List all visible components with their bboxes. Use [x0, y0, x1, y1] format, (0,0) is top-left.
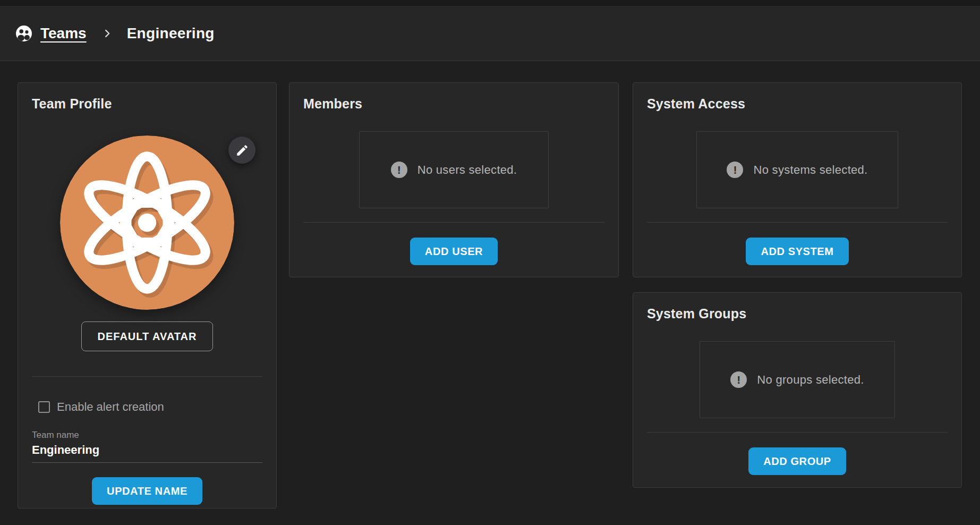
- team-name-label: Team name: [32, 430, 262, 441]
- system-groups-empty-message: No groups selected.: [757, 373, 864, 387]
- system-access-card: System Access No systems selected. ADD S…: [633, 82, 962, 277]
- team-profile-title: Team Profile: [32, 96, 262, 112]
- members-title: Members: [303, 96, 604, 112]
- divider: [647, 432, 948, 433]
- error-icon: [391, 162, 407, 178]
- system-groups-title: System Groups: [647, 306, 948, 321]
- system-access-empty-message: No systems selected.: [753, 163, 867, 177]
- system-groups-card: System Groups No groups selected. ADD GR…: [633, 292, 962, 488]
- team-profile-card: Team Profile: [18, 82, 277, 509]
- edit-avatar-button[interactable]: [228, 137, 255, 164]
- default-avatar-button[interactable]: DEFAULT AVATAR: [81, 321, 214, 351]
- team-avatar: [60, 136, 234, 310]
- breadcrumb-teams-link[interactable]: Teams: [40, 25, 87, 42]
- enable-alert-row[interactable]: Enable alert creation: [38, 400, 262, 414]
- team-name-input[interactable]: [32, 441, 262, 463]
- pencil-icon: [235, 143, 249, 157]
- divider: [647, 222, 948, 223]
- members-empty-message: No users selected.: [417, 163, 517, 177]
- divider: [303, 222, 604, 223]
- divider: [32, 376, 262, 377]
- system-access-title: System Access: [647, 96, 948, 112]
- add-user-button[interactable]: ADD USER: [410, 238, 498, 265]
- window-top-edge: [0, 0, 980, 6]
- atom-avatar-icon: [60, 136, 234, 310]
- update-name-button[interactable]: UPDATE NAME: [92, 477, 202, 505]
- top-nav-bar: Teams Engineering: [0, 6, 980, 61]
- chevron-right-icon: [101, 28, 113, 39]
- members-empty-state: No users selected.: [359, 131, 549, 208]
- team-name-field: Team name: [32, 430, 262, 463]
- system-access-empty-state: No systems selected.: [696, 131, 898, 208]
- teams-people-icon: [14, 24, 33, 43]
- error-icon: [727, 162, 743, 178]
- error-icon: [730, 371, 747, 388]
- add-group-button[interactable]: ADD GROUP: [748, 447, 846, 475]
- checkbox-unchecked-icon[interactable]: [38, 401, 50, 413]
- system-groups-empty-state: No groups selected.: [700, 341, 895, 418]
- members-card: Members No users selected. ADD USER: [289, 82, 619, 277]
- page-title: Engineering: [127, 25, 215, 42]
- add-system-button[interactable]: ADD SYSTEM: [746, 238, 848, 265]
- enable-alert-label: Enable alert creation: [57, 400, 164, 414]
